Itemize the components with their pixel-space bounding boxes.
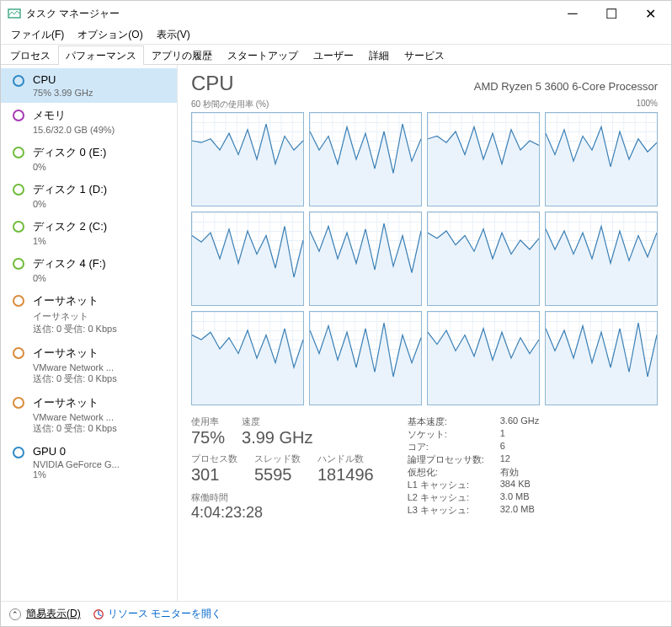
detail-row: 基本速度:3.60 GHz xyxy=(408,415,539,428)
cpu-chart-2[interactable] xyxy=(427,112,540,206)
maximize-button[interactable]: ☐ xyxy=(592,1,631,26)
svg-marker-9 xyxy=(192,329,303,405)
menu-options[interactable]: オプション(O) xyxy=(71,26,149,44)
cpu-charts-grid[interactable] xyxy=(191,112,658,405)
sidebar-item-sub: 75% 3.99 GHz xyxy=(33,88,170,98)
sidebar-item-0[interactable]: CPU75% 3.99 GHz xyxy=(1,68,177,103)
resmon-icon xyxy=(93,608,104,620)
sidebar-item-name: イーサネット xyxy=(33,293,170,308)
sidebar-item-sub: 0% xyxy=(33,199,170,209)
sidebar-item-sub: 15.6/32.0 GB (49%) xyxy=(33,125,170,135)
cpu-chart-3[interactable] xyxy=(545,112,658,206)
svg-marker-6 xyxy=(310,223,421,305)
sidebar-item-name: ディスク 4 (F:) xyxy=(33,256,170,271)
stat-label: スレッド数 xyxy=(254,453,301,465)
detail-row: L1 キャッシュ:384 KB xyxy=(408,479,539,491)
sidebar-item-name: ディスク 1 (D:) xyxy=(33,182,170,197)
status-ring-icon xyxy=(13,447,24,458)
sidebar-item-sub: VMware Network ... 送信: 0 受信: 0 Kbps xyxy=(33,412,170,435)
stat-label: 使用率 xyxy=(191,415,225,428)
status-ring-icon xyxy=(13,397,24,409)
sidebar-item-6[interactable]: イーサネットイーサネット 送信: 0 受信: 0 Kbps xyxy=(1,288,177,340)
cpu-model: AMD Ryzen 5 3600 6-Core Processor xyxy=(474,80,658,93)
cpu-chart-10[interactable] xyxy=(427,311,540,405)
status-ring-icon xyxy=(13,147,24,158)
svg-marker-2 xyxy=(310,124,421,206)
tab-0[interactable]: プロセス xyxy=(3,46,58,65)
menu-view[interactable]: 表示(V) xyxy=(150,26,197,44)
tab-strip: プロセスパフォーマンスアプリの履歴スタートアップユーザー詳細サービス xyxy=(1,45,671,65)
uptime-value: 4:04:23:28 xyxy=(191,504,374,522)
status-ring-icon xyxy=(13,184,24,196)
chevron-up-icon: ⌃ xyxy=(9,608,21,620)
sidebar-item-9[interactable]: GPU 0NVIDIA GeForce G... 1% xyxy=(1,440,177,485)
sidebar-item-8[interactable]: イーサネットVMware Network ... 送信: 0 受信: 0 Kbp… xyxy=(1,390,177,440)
sidebar-item-name: メモリ xyxy=(33,108,170,123)
cpu-chart-7[interactable] xyxy=(545,212,658,306)
svg-marker-3 xyxy=(428,127,539,206)
svg-marker-10 xyxy=(310,323,421,405)
svg-marker-1 xyxy=(192,124,303,206)
cpu-chart-4[interactable] xyxy=(191,212,304,306)
sidebar-item-2[interactable]: ディスク 0 (E:)0% xyxy=(1,140,177,177)
stat-label: プロセス数 xyxy=(191,453,237,465)
main-panel: CPU AMD Ryzen 5 3600 6-Core Processor 60… xyxy=(178,65,671,601)
tab-2[interactable]: アプリの履歴 xyxy=(144,46,220,65)
sidebar-item-4[interactable]: ディスク 2 (C:)1% xyxy=(1,214,177,251)
sidebar-item-sub: NVIDIA GeForce G... 1% xyxy=(33,459,170,480)
cpu-chart-11[interactable] xyxy=(545,311,658,405)
sidebar-item-name: ディスク 2 (C:) xyxy=(33,219,170,234)
close-button[interactable]: ✕ xyxy=(631,1,669,26)
menubar: ファイル(F) オプション(O) 表示(V) xyxy=(1,26,671,45)
app-icon xyxy=(8,7,21,20)
tab-5[interactable]: 詳細 xyxy=(361,46,397,65)
fewer-details-button[interactable]: ⌃簡易表示(D) xyxy=(9,607,81,621)
detail-row: 仮想化:有効 xyxy=(408,466,539,479)
detail-row: L3 キャッシュ:32.0 MB xyxy=(408,504,539,517)
stat-value: 3.99 GHz xyxy=(242,428,312,447)
sidebar-item-sub: VMware Network ... 送信: 0 受信: 0 Kbps xyxy=(33,362,170,385)
sidebar-item-name: イーサネット xyxy=(33,395,170,410)
axis-left-label: 60 秒間の使用率 (%) xyxy=(191,99,269,110)
stat-value: 5595 xyxy=(254,465,301,485)
sidebar-item-5[interactable]: ディスク 4 (F:)0% xyxy=(1,251,177,288)
footer: ⌃簡易表示(D) リソース モニターを開く xyxy=(1,601,671,626)
status-ring-icon xyxy=(13,110,24,121)
menu-file[interactable]: ファイル(F) xyxy=(4,26,71,44)
window-title: タスク マネージャー xyxy=(26,7,553,21)
sidebar-item-name: イーサネット xyxy=(33,346,170,361)
sidebar-item-1[interactable]: メモリ15.6/32.0 GB (49%) xyxy=(1,103,177,140)
sidebar-item-sub: 0% xyxy=(33,162,170,172)
page-title: CPU xyxy=(191,72,234,95)
tab-1[interactable]: パフォーマンス xyxy=(58,46,144,65)
sidebar-item-name: CPU xyxy=(33,73,170,86)
status-ring-icon xyxy=(13,221,24,233)
sidebar-item-name: ディスク 0 (E:) xyxy=(33,145,170,160)
uptime-label: 稼働時間 xyxy=(191,491,374,504)
detail-row: コア:6 xyxy=(408,441,539,453)
svg-marker-7 xyxy=(428,229,539,305)
cpu-chart-1[interactable] xyxy=(309,112,422,206)
tab-4[interactable]: ユーザー xyxy=(306,46,361,65)
minimize-button[interactable]: ─ xyxy=(553,1,592,26)
tab-6[interactable]: サービス xyxy=(397,46,452,65)
cpu-chart-5[interactable] xyxy=(309,212,422,306)
cpu-chart-6[interactable] xyxy=(427,212,540,306)
status-ring-icon xyxy=(13,347,24,359)
svg-marker-4 xyxy=(546,127,657,206)
cpu-chart-0[interactable] xyxy=(191,112,304,206)
sidebar-item-7[interactable]: イーサネットVMware Network ... 送信: 0 受信: 0 Kbp… xyxy=(1,340,177,390)
cpu-chart-8[interactable] xyxy=(191,311,304,405)
sidebar-item-name: GPU 0 xyxy=(33,445,170,458)
status-ring-icon xyxy=(13,75,24,87)
sidebar-item-3[interactable]: ディスク 1 (D:)0% xyxy=(1,177,177,214)
tab-3[interactable]: スタートアップ xyxy=(220,46,306,65)
resource-monitor-link[interactable]: リソース モニターを開く xyxy=(93,607,221,621)
stat-label: 速度 xyxy=(242,415,312,428)
detail-row: L2 キャッシュ:3.0 MB xyxy=(408,491,539,504)
stat-value: 181496 xyxy=(317,465,374,485)
detail-row: ソケット:1 xyxy=(408,428,539,441)
axis-right-label: 100% xyxy=(636,99,658,110)
stat-value: 75% xyxy=(191,428,225,447)
cpu-chart-9[interactable] xyxy=(309,311,422,405)
